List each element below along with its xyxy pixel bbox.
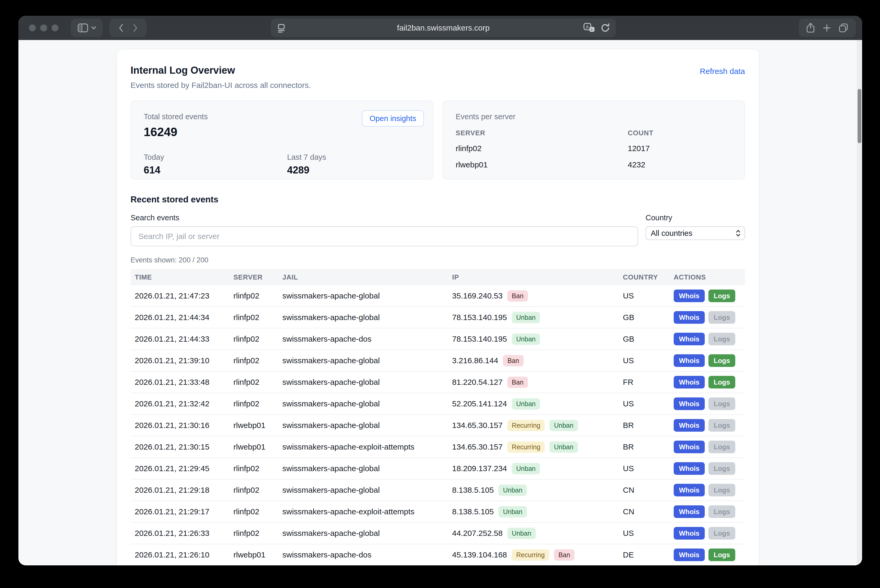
event-ip-cell: 44.207.252.58Unban (452, 528, 623, 539)
ban-badge: Ban (554, 549, 574, 561)
svg-text:x: x (591, 27, 593, 32)
event-ip: 52.205.141.124 (452, 399, 507, 408)
search-events-label: Search events (130, 213, 638, 222)
event-ip: 8.138.5.105 (452, 507, 494, 516)
last7-label: Last 7 days (287, 153, 420, 162)
back-button[interactable] (118, 23, 124, 33)
logs-button[interactable]: Logs (708, 506, 735, 518)
event-time: 2026.01.21, 21:29:18 (135, 486, 234, 495)
search-input[interactable] (130, 226, 638, 246)
event-country: US (623, 291, 674, 300)
refresh-data-link[interactable]: Refresh data (700, 67, 745, 76)
event-server: rlwebp01 (234, 442, 282, 452)
event-actions: WhoisLogs (674, 506, 745, 518)
event-actions: WhoisLogs (674, 290, 745, 302)
unban-badge: Unban (498, 484, 527, 496)
logs-button[interactable]: Logs (708, 290, 735, 302)
logs-button[interactable]: Logs (708, 527, 735, 540)
event-server: rlwebp01 (234, 421, 282, 430)
event-time: 2026.01.21, 21:47:23 (135, 291, 234, 300)
whois-button[interactable]: Whois (674, 441, 705, 453)
whois-button[interactable]: Whois (674, 398, 705, 410)
url-text: fail2ban.swissmakers.corp (271, 23, 616, 32)
event-ip-cell: 81.220.54.127Ban (452, 376, 623, 388)
event-jail: swissmakers-apache-global (282, 313, 452, 322)
logs-button[interactable]: Logs (708, 441, 735, 453)
logs-button[interactable]: Logs (708, 376, 735, 388)
logs-button[interactable]: Logs (708, 311, 735, 324)
event-actions: WhoisLogs (674, 333, 745, 345)
event-actions: WhoisLogs (674, 376, 745, 388)
event-country: FR (623, 378, 674, 387)
whois-button[interactable]: Whois (674, 419, 705, 432)
table-row: 2026.01.21, 21:33:48rlinfp02swissmakers-… (130, 372, 745, 393)
event-server: rlinfp02 (234, 529, 282, 538)
close-button[interactable] (29, 24, 36, 32)
event-jail: swissmakers-apache-exploit-attempts (282, 442, 452, 452)
logs-button[interactable]: Logs (708, 398, 735, 410)
event-jail: swissmakers-apache-global (282, 291, 452, 300)
column-header: COUNTRY (623, 273, 674, 281)
whois-button[interactable]: Whois (674, 549, 705, 561)
event-server: rlinfp02 (234, 313, 282, 322)
forward-button[interactable] (132, 23, 138, 33)
minimize-button[interactable] (40, 24, 47, 32)
event-actions: WhoisLogs (674, 462, 745, 475)
address-bar[interactable]: fail2ban.swissmakers.corp A x (271, 19, 616, 37)
event-ip: 134.65.30.157 (452, 421, 503, 430)
server-count-row: rlinfp0212017 (456, 144, 732, 153)
logs-button[interactable]: Logs (708, 419, 735, 432)
translate-icon[interactable]: A x (583, 22, 595, 33)
logs-button[interactable]: Logs (708, 484, 735, 496)
logs-button[interactable]: Logs (708, 549, 735, 561)
whois-button[interactable]: Whois (674, 354, 705, 367)
whois-button[interactable]: Whois (674, 311, 705, 324)
whois-button[interactable]: Whois (674, 333, 705, 345)
logs-button[interactable]: Logs (708, 354, 735, 367)
zoom-button[interactable] (52, 24, 58, 32)
scrollbar-thumb[interactable] (858, 89, 861, 143)
page-title: Internal Log Overview (130, 64, 311, 76)
country-select[interactable]: All countries (646, 226, 745, 240)
whois-button[interactable]: Whois (674, 484, 705, 496)
whois-button[interactable]: Whois (674, 290, 705, 302)
event-time: 2026.01.21, 21:44:33 (135, 334, 234, 344)
table-row: 2026.01.21, 21:29:18rlinfp02swissmakers-… (130, 480, 745, 501)
event-jail: swissmakers-apache-exploit-attempts (282, 507, 452, 516)
whois-button[interactable]: Whois (674, 506, 705, 518)
event-time: 2026.01.21, 21:29:17 (135, 507, 234, 516)
table-row: 2026.01.21, 21:29:17rlinfp02swissmakers-… (130, 501, 745, 523)
event-server: rlinfp02 (234, 356, 282, 365)
event-country: BR (623, 421, 674, 430)
unban-badge: Unban (549, 420, 578, 431)
event-jail: swissmakers-apache-global (282, 356, 452, 365)
whois-button[interactable]: Whois (674, 527, 705, 540)
share-icon[interactable] (806, 22, 815, 33)
whois-button[interactable]: Whois (674, 462, 705, 475)
tab-overview-icon[interactable] (838, 23, 849, 33)
open-insights-button[interactable]: Open insights (362, 110, 424, 127)
event-jail: swissmakers-apache-dos (282, 550, 452, 559)
nav-divider (128, 22, 129, 33)
ban-badge: Ban (507, 290, 528, 302)
event-country: CN (623, 507, 674, 516)
event-server: rlinfp02 (234, 507, 282, 516)
whois-button[interactable]: Whois (674, 376, 705, 388)
reload-icon[interactable] (601, 23, 610, 33)
sidebar-toggle-button[interactable] (71, 19, 103, 37)
logs-button[interactable]: Logs (708, 462, 735, 475)
table-row: 2026.01.21, 21:44:34rlinfp02swissmakers-… (130, 307, 745, 328)
event-jail: swissmakers-apache-global (282, 399, 452, 408)
column-header: ACTIONS (674, 273, 745, 281)
event-time: 2026.01.21, 21:33:48 (135, 378, 234, 387)
new-tab-icon[interactable] (822, 23, 831, 32)
event-ip: 3.216.86.144 (452, 356, 498, 365)
scrollbar-track[interactable] (857, 40, 862, 566)
ban-badge: Ban (507, 376, 528, 388)
event-time: 2026.01.21, 21:30:16 (135, 421, 234, 430)
logs-button[interactable]: Logs (708, 333, 735, 345)
stats-row: Total stored events 16249 Open insights … (130, 100, 745, 180)
reader-view-icon[interactable] (277, 23, 286, 33)
event-ip-cell: 78.153.140.195Unban (452, 333, 623, 345)
event-country: DE (623, 550, 674, 559)
